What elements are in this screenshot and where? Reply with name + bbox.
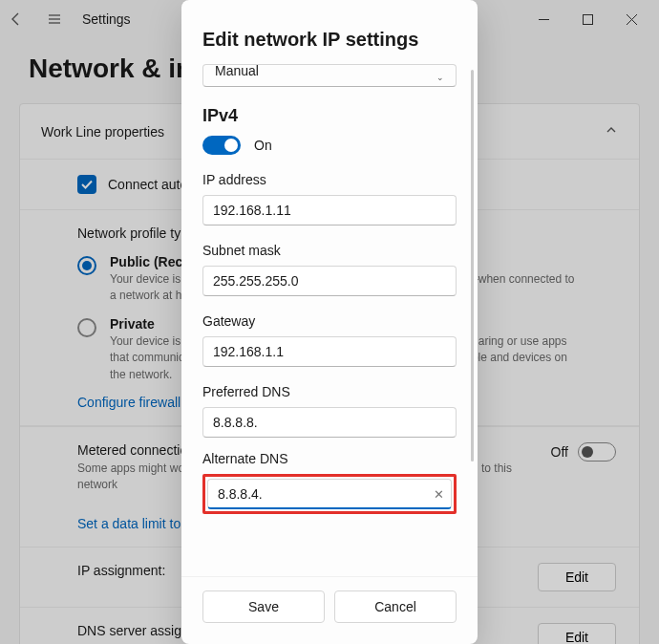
subnet-input[interactable]: 255.255.255.0 bbox=[202, 266, 457, 296]
subnet-label: Subnet mask bbox=[202, 243, 457, 258]
ipv4-toggle[interactable] bbox=[202, 136, 241, 155]
dns1-input[interactable]: 8.8.8.8. bbox=[202, 407, 457, 438]
ip-label: IP address bbox=[202, 172, 457, 187]
modal-title: Edit network IP settings bbox=[181, 0, 478, 64]
dns2-input[interactable]: 8.8.8.4. bbox=[207, 479, 452, 509]
mode-select[interactable]: Manual ⌄ bbox=[202, 64, 457, 87]
mode-value: Manual bbox=[215, 64, 259, 78]
ipv4-toggle-label: On bbox=[254, 138, 272, 153]
clear-input-icon[interactable]: ✕ bbox=[434, 487, 444, 502]
ip-input[interactable]: 192.168.1.11 bbox=[202, 195, 457, 225]
ipv4-heading: IPv4 bbox=[202, 106, 457, 126]
save-button[interactable]: Save bbox=[202, 590, 325, 623]
scrollbar[interactable] bbox=[471, 70, 474, 462]
chevron-down-icon: ⌄ bbox=[436, 73, 444, 82]
edit-ip-modal: Edit network IP settings Manual ⌄ IPv4 O… bbox=[181, 0, 478, 644]
gateway-label: Gateway bbox=[202, 313, 457, 329]
dns2-highlight: 8.8.8.4. ✕ bbox=[202, 474, 457, 514]
gateway-input[interactable]: 192.168.1.1 bbox=[202, 336, 457, 367]
cancel-button[interactable]: Cancel bbox=[334, 590, 457, 623]
dns2-label: Alternate DNS bbox=[202, 451, 457, 466]
dns1-label: Preferred DNS bbox=[202, 384, 457, 399]
